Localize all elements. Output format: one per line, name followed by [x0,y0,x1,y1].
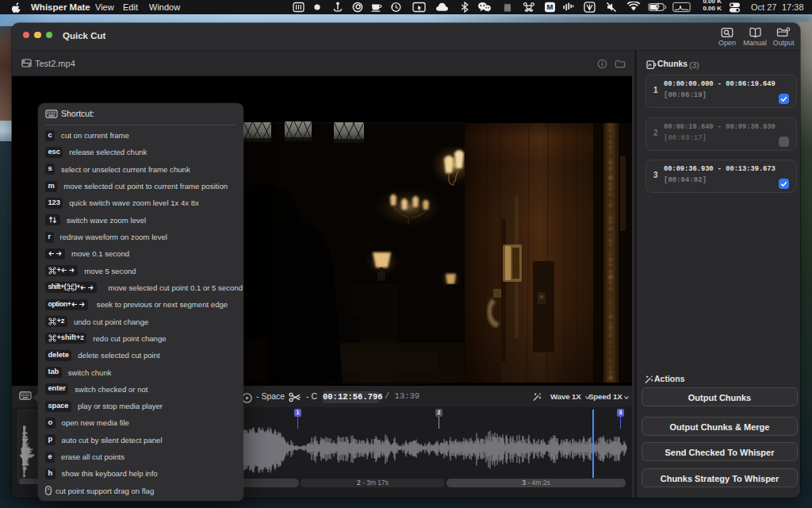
svg-text:M: M [547,2,553,11]
